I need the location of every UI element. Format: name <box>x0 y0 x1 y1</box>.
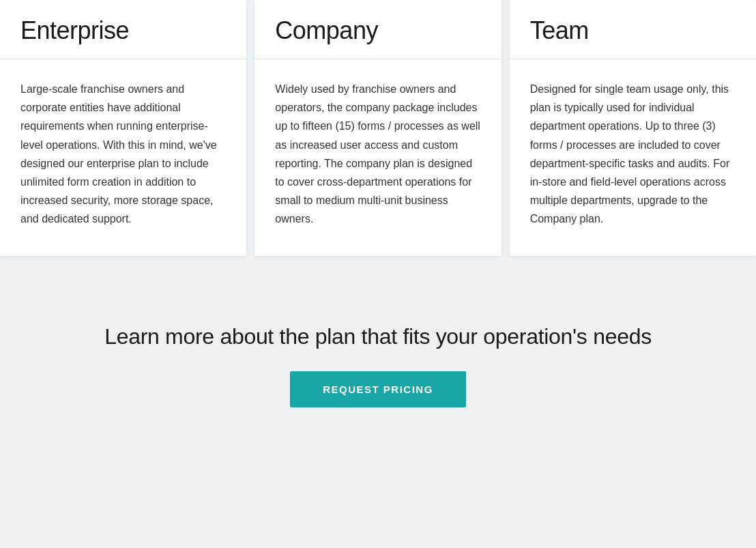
plan-card-team: Team Designed for single team usage only… <box>510 0 756 256</box>
card-description-company: Widely used by franchise owners and oper… <box>275 80 480 229</box>
page-wrapper: Enterprise Large-scale franchise owners … <box>0 0 756 548</box>
plan-card-enterprise: Enterprise Large-scale franchise owners … <box>0 0 246 256</box>
card-header-company: Company <box>255 0 501 59</box>
cta-title: Learn more about the plan that fits your… <box>104 324 652 349</box>
card-title-company: Company <box>275 16 480 45</box>
cta-section: Learn more about the plan that fits your… <box>0 283 756 462</box>
request-pricing-button[interactable]: REQUEST PRICING <box>290 371 466 407</box>
card-header-team: Team <box>510 0 756 59</box>
card-description-enterprise: Large-scale franchise owners and corpora… <box>20 80 226 229</box>
card-body-company: Widely used by franchise owners and oper… <box>255 59 501 256</box>
plan-card-company: Company Widely used by franchise owners … <box>255 0 501 256</box>
card-description-team: Designed for single team usage only, thi… <box>530 80 736 229</box>
card-header-enterprise: Enterprise <box>0 0 246 59</box>
cards-section: Enterprise Large-scale franchise owners … <box>0 0 756 283</box>
card-body-enterprise: Large-scale franchise owners and corpora… <box>0 59 246 256</box>
card-title-enterprise: Enterprise <box>20 16 226 45</box>
card-title-team: Team <box>530 16 736 45</box>
card-body-team: Designed for single team usage only, thi… <box>510 59 756 256</box>
